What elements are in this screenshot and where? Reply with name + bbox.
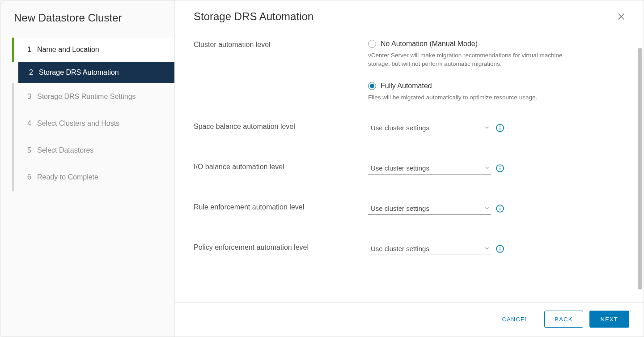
step-label: Ready to Complete: [37, 173, 174, 181]
select-policy-enforcement[interactable]: Use cluster settings: [368, 243, 491, 255]
chevron-down-icon: [484, 124, 490, 131]
scrollbar-thumb[interactable]: [638, 48, 642, 290]
row-rule-enforcement: Rule enforcement automation level Use cl…: [194, 202, 622, 215]
radio-fully-automated[interactable]: Fully Automated: [368, 82, 622, 90]
control-space-balance: Use cluster settings: [368, 122, 622, 134]
radio-label: Fully Automated: [381, 82, 432, 90]
radio-icon: [368, 82, 376, 90]
row-policy-enforcement: Policy enforcement automation level Use …: [194, 243, 622, 255]
step-label: Storage DRS Automation: [39, 68, 174, 77]
select-value: Use cluster settings: [371, 164, 429, 172]
radio-icon: [368, 40, 376, 48]
label-rule-enforcement: Rule enforcement automation level: [194, 202, 368, 211]
select-io-balance[interactable]: Use cluster settings: [368, 162, 491, 175]
label-policy-enforcement: Policy enforcement automation level: [194, 243, 368, 252]
select-wrap: Use cluster settings: [368, 162, 622, 175]
select-rule-enforcement[interactable]: Use cluster settings: [368, 202, 491, 215]
control-rule-enforcement: Use cluster settings: [368, 202, 622, 215]
row-cluster-automation: Cluster automation level No Automation (…: [194, 40, 622, 102]
select-wrap: Use cluster settings: [368, 243, 622, 255]
close-icon: [616, 12, 626, 21]
control-io-balance: Use cluster settings: [368, 162, 622, 175]
close-button[interactable]: [616, 11, 627, 22]
chevron-down-icon: [484, 165, 490, 171]
chevron-down-icon: [484, 205, 490, 211]
radio-help-fully-automated: Files will be migrated automatically to …: [368, 94, 574, 102]
cluster-automation-controls: No Automation (Manual Mode) vCenter Serv…: [368, 40, 622, 102]
step-number: 3: [27, 93, 37, 101]
content-wrap: Storage DRS Automation Cluster automatio…: [175, 0, 644, 337]
cancel-button[interactable]: CANCEL: [492, 311, 538, 328]
radio-help-no-automation: vCenter Server will make migration recom…: [368, 51, 574, 68]
dialog-body: New Datastore Cluster 1 Name and Locatio…: [0, 0, 644, 337]
select-wrap: Use cluster settings: [368, 202, 622, 215]
label-space-balance: Space balance automation level: [194, 122, 368, 131]
info-icon[interactable]: [496, 244, 504, 253]
next-button[interactable]: NEXT: [589, 311, 629, 328]
step-number: 5: [27, 146, 37, 154]
wizard-title: New Datastore Cluster: [0, 12, 174, 38]
cluster-automation-radio-group: No Automation (Manual Mode) vCenter Serv…: [368, 40, 622, 102]
step-number: 2: [29, 68, 39, 77]
step-storage-drs-automation[interactable]: 2 Storage DRS Automation: [18, 62, 174, 83]
step-name-and-location[interactable]: 1 Name and Location: [12, 38, 174, 62]
select-value: Use cluster settings: [371, 205, 429, 212]
step-label: Select Datastores: [37, 146, 174, 154]
chevron-down-icon: [484, 245, 490, 252]
scrollbar-track[interactable]: [637, 1, 643, 336]
label-cluster-automation: Cluster automation level: [194, 40, 368, 49]
step-label: Name and Location: [37, 46, 174, 54]
select-space-balance[interactable]: Use cluster settings: [368, 122, 491, 134]
step-label: Storage DRS Runtime Settings: [37, 93, 174, 101]
svg-point-10: [500, 207, 500, 207]
form-area: Cluster automation level No Automation (…: [194, 40, 622, 255]
step-select-clusters-and-hosts: 4 Select Clusters and Hosts: [12, 110, 174, 137]
page-title: Storage DRS Automation: [194, 10, 314, 23]
select-value: Use cluster settings: [371, 124, 429, 132]
svg-point-7: [500, 166, 500, 167]
step-number: 4: [27, 119, 37, 128]
control-policy-enforcement: Use cluster settings: [368, 243, 622, 255]
select-wrap: Use cluster settings: [368, 122, 622, 134]
svg-point-13: [500, 247, 500, 247]
info-icon[interactable]: [496, 204, 504, 213]
content-header: Storage DRS Automation: [194, 10, 622, 23]
back-button[interactable]: BACK: [544, 311, 583, 328]
step-number: 1: [27, 46, 37, 54]
info-icon[interactable]: [496, 164, 504, 173]
select-value: Use cluster settings: [371, 245, 429, 252]
step-ready-to-complete: 6 Ready to Complete: [12, 164, 174, 191]
step-select-datastores: 5 Select Datastores: [12, 137, 174, 164]
wizard-sidebar: New Datastore Cluster 1 Name and Locatio…: [0, 0, 175, 337]
radio-no-automation[interactable]: No Automation (Manual Mode): [368, 40, 622, 48]
label-io-balance: I/O balance automation level: [194, 162, 368, 171]
step-storage-drs-runtime-settings: 3 Storage DRS Runtime Settings: [12, 83, 174, 110]
wizard-steps: 1 Name and Location 2 Storage DRS Automa…: [0, 38, 174, 191]
svg-point-4: [500, 126, 500, 127]
info-icon[interactable]: [496, 124, 504, 132]
radio-dot-icon: [370, 84, 374, 88]
radio-label: No Automation (Manual Mode): [381, 40, 478, 48]
wizard-footer: CANCEL BACK NEXT: [175, 302, 644, 337]
step-label: Select Clusters and Hosts: [37, 119, 174, 128]
step-number: 6: [27, 173, 37, 181]
row-space-balance: Space balance automation level Use clust…: [194, 122, 622, 134]
row-io-balance: I/O balance automation level Use cluster…: [194, 162, 622, 175]
wizard-content: Storage DRS Automation Cluster automatio…: [175, 0, 644, 302]
wizard-dialog: New Datastore Cluster 1 Name and Locatio…: [0, 0, 644, 337]
